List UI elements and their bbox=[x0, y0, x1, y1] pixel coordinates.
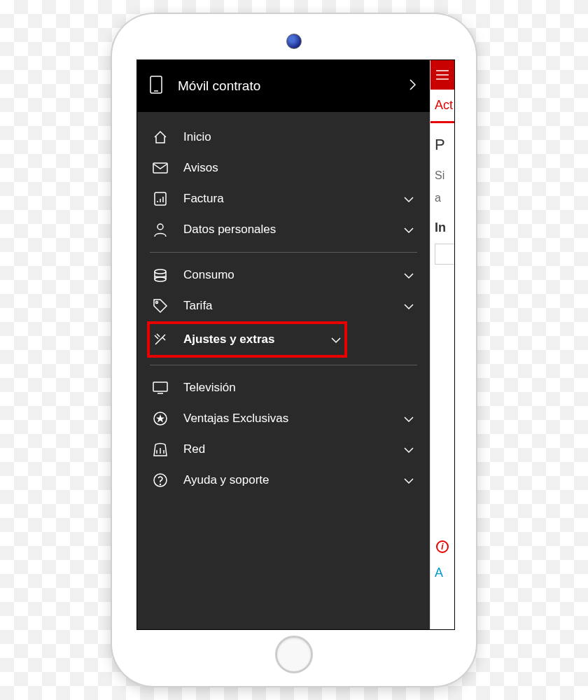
input-fragment[interactable] bbox=[435, 244, 454, 265]
svg-rect-11 bbox=[153, 382, 167, 391]
chevron-right-icon bbox=[409, 77, 417, 95]
tag-icon bbox=[153, 298, 168, 314]
consumption-icon bbox=[153, 267, 168, 283]
tools-icon bbox=[153, 332, 168, 347]
svg-point-9 bbox=[155, 277, 166, 281]
svg-point-10 bbox=[156, 302, 158, 304]
home-icon bbox=[153, 130, 168, 145]
star-icon bbox=[153, 411, 168, 426]
sidebar-item-television[interactable]: Televisión bbox=[150, 372, 417, 403]
svg-point-7 bbox=[158, 224, 163, 230]
sidebar-header[interactable]: Móvil contrato bbox=[137, 60, 430, 112]
svg-marker-14 bbox=[156, 414, 164, 423]
sidebar-item-label: Tarifa bbox=[183, 299, 388, 313]
chevron-down-icon bbox=[403, 299, 414, 314]
sidebar-item-label: Factura bbox=[183, 192, 388, 206]
sidebar-item-label: Red bbox=[183, 442, 388, 456]
sidebar-item-label: Ayuda y soporte bbox=[183, 473, 388, 487]
sidebar-item-avisos[interactable]: Avisos bbox=[150, 153, 417, 183]
active-tab[interactable]: Act bbox=[430, 90, 454, 123]
chevron-down-icon bbox=[403, 192, 414, 206]
menu-divider bbox=[150, 365, 417, 365]
sidebar-item-ajustes-y-extras[interactable]: Ajustes y extras bbox=[147, 321, 347, 358]
sidebar-item-label: Consumo bbox=[183, 268, 388, 282]
chevron-down-icon bbox=[403, 442, 414, 457]
sidebar-item-label: Inicio bbox=[183, 130, 414, 144]
chevron-down-icon bbox=[403, 412, 414, 426]
body-text-fragment: a bbox=[430, 190, 454, 213]
network-icon bbox=[153, 442, 168, 457]
svg-point-8 bbox=[155, 270, 166, 274]
chevron-down-icon bbox=[403, 223, 414, 237]
sidebar-item-tarifa[interactable]: Tarifa bbox=[150, 290, 417, 321]
chevron-down-icon bbox=[330, 332, 342, 347]
svg-rect-2 bbox=[153, 163, 167, 173]
sidebar-item-consumo[interactable]: Consumo bbox=[150, 260, 417, 290]
phone-icon bbox=[150, 76, 162, 97]
link-fragment[interactable]: A bbox=[430, 559, 454, 587]
sidebar-item-ventajas[interactable]: Ventajas Exclusivas bbox=[150, 403, 417, 434]
sidebar-item-label: Avisos bbox=[183, 161, 414, 175]
sidebar-item-label: Ajustes y extras bbox=[183, 332, 315, 346]
sidebar-item-ayuda[interactable]: Ayuda y soporte bbox=[150, 465, 417, 496]
sidebar-item-inicio[interactable]: Inicio bbox=[150, 122, 417, 153]
sidebar-item-label: Ventajas Exclusivas bbox=[183, 412, 388, 426]
help-icon bbox=[153, 472, 168, 488]
page-heading-fragment: P bbox=[430, 123, 454, 161]
main-content-sliver: Act P Si a In i A bbox=[430, 60, 454, 629]
front-camera bbox=[286, 34, 302, 49]
chevron-down-icon bbox=[403, 268, 414, 283]
mail-icon bbox=[153, 160, 168, 176]
user-icon bbox=[153, 222, 168, 237]
label-fragment: In bbox=[430, 214, 454, 242]
sidebar-item-factura[interactable]: Factura bbox=[150, 183, 417, 214]
sidebar-item-red[interactable]: Red bbox=[150, 434, 417, 465]
sidebar-item-label: Datos personales bbox=[183, 223, 388, 237]
sidebar-drawer: Móvil contrato Inicio Avisos bbox=[137, 60, 430, 629]
phone-frame: Móvil contrato Inicio Avisos bbox=[112, 14, 476, 686]
chevron-down-icon bbox=[403, 473, 414, 488]
sidebar-header-title: Móvil contrato bbox=[178, 78, 393, 94]
info-icon: i bbox=[436, 540, 449, 553]
tv-icon bbox=[153, 380, 168, 396]
sidebar-item-datos-personales[interactable]: Datos personales bbox=[150, 214, 417, 245]
screen: Móvil contrato Inicio Avisos bbox=[136, 59, 455, 630]
invoice-icon bbox=[153, 191, 168, 206]
menu-divider bbox=[150, 252, 417, 253]
body-text-fragment: Si bbox=[430, 161, 454, 190]
sidebar-menu: Inicio Avisos Factura bbox=[137, 112, 430, 629]
home-button[interactable] bbox=[275, 636, 313, 673]
hamburger-button[interactable] bbox=[430, 60, 454, 90]
sidebar-item-label: Televisión bbox=[183, 381, 414, 395]
svg-point-19 bbox=[160, 484, 161, 485]
